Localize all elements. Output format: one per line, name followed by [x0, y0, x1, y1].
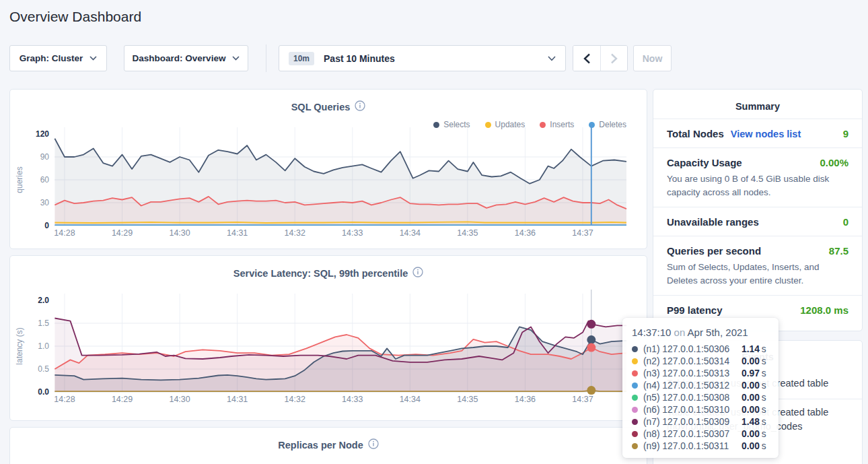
- summary-row-description: Sum of Selects, Updates, Inserts, and De…: [667, 261, 848, 287]
- tooltip-timestamp: 14:37:10 on Apr 5th, 2021: [632, 327, 769, 338]
- replicas-panel: Replicas per Node: [9, 427, 647, 464]
- svg-text:14:30: 14:30: [169, 395, 190, 404]
- svg-text:14:32: 14:32: [285, 228, 305, 238]
- svg-text:14:29: 14:29: [112, 395, 133, 404]
- summary-row-total-nodes: Total Nodes View nodes list 9: [653, 119, 862, 147]
- summary-row-unavailable-ranges: Unavailable ranges 0: [653, 207, 862, 236]
- summary-row-qps: Queries per second 87.5 Sum of Selects, …: [653, 236, 862, 295]
- svg-text:latency (s): latency (s): [15, 327, 24, 364]
- summary-row-capacity-usage: Capacity Usage 0.00% You are using 0 B o…: [653, 147, 862, 207]
- svg-text:14:35: 14:35: [457, 228, 478, 238]
- time-pager: [573, 45, 628, 71]
- summary-row-label: P99 latency: [667, 304, 723, 316]
- chevron-down-icon: [548, 56, 556, 61]
- graph-dropdown[interactable]: Graph: Cluster: [9, 45, 107, 71]
- svg-text:14:32: 14:32: [285, 395, 305, 404]
- svg-text:60: 60: [40, 175, 50, 185]
- svg-text:14:34: 14:34: [400, 395, 421, 404]
- chevron-down-icon: [232, 56, 240, 61]
- svg-text:14:33: 14:33: [342, 395, 363, 404]
- summary-row-description: You are using 0 B of 4.5 GiB usable disk…: [667, 172, 848, 199]
- node-dot-icon: [632, 370, 638, 376]
- dashboard-dropdown[interactable]: Dashboard: Overview: [124, 45, 248, 71]
- summary-row-label: Unavailable ranges: [667, 216, 759, 228]
- svg-text:14:31: 14:31: [227, 228, 248, 238]
- svg-text:14:36: 14:36: [515, 228, 536, 238]
- svg-text:14:28: 14:28: [54, 228, 75, 238]
- tooltip-row-n2: (n2) 127.0.0.1:503140.00s: [632, 355, 769, 367]
- dashboard-dropdown-label: Dashboard: Overview: [133, 53, 226, 63]
- svg-text:0.0: 0.0: [38, 387, 49, 397]
- time-range-selector[interactable]: 10m Past 10 Minutes: [279, 45, 566, 71]
- summary-title: Summary: [653, 90, 862, 119]
- sql-queries-panel: SQL Queries Selects Updates Inserts Dele…: [9, 89, 647, 249]
- node-dot-icon: [632, 443, 638, 449]
- time-range-label: Past 10 Minutes: [324, 53, 548, 64]
- tooltip-time: 14:37:10: [632, 327, 671, 338]
- node-dot-icon: [632, 383, 638, 389]
- svg-text:120: 120: [36, 129, 49, 139]
- svg-text:14:29: 14:29: [112, 228, 133, 238]
- svg-text:14:34: 14:34: [400, 228, 421, 238]
- graph-dropdown-label: Graph: Cluster: [20, 53, 83, 63]
- summary-row-label: Capacity Usage: [667, 157, 742, 168]
- svg-text:14:31: 14:31: [227, 395, 248, 404]
- now-button[interactable]: Now: [633, 45, 672, 71]
- tooltip-row-n3: (n3) 127.0.0.1:503130.97s: [632, 367, 769, 379]
- node-dot-icon: [632, 395, 638, 401]
- node-dot-icon: [632, 358, 638, 364]
- summary-panel: Summary Total Nodes View nodes list 9 Ca…: [653, 89, 863, 331]
- chevron-left-icon: [583, 53, 591, 64]
- svg-text:14:35: 14:35: [457, 395, 478, 404]
- summary-row-value: 0.00%: [820, 157, 848, 168]
- node-dot-icon: [632, 419, 638, 425]
- svg-text:90: 90: [40, 152, 50, 162]
- svg-text:1.0: 1.0: [38, 341, 49, 351]
- replicas-title: Replicas per Node: [10, 438, 647, 451]
- chart-hover-tooltip: 14:37:10 on Apr 5th, 2021 (n1) 127.0.0.1…: [622, 318, 779, 458]
- service-latency-chart[interactable]: 14:2814:2914:3014:3114:3214:3314:3414:35…: [10, 256, 647, 420]
- svg-text:14:37: 14:37: [572, 228, 593, 238]
- node-dot-icon: [632, 346, 638, 352]
- svg-text:14:37: 14:37: [572, 395, 593, 404]
- summary-row-label: Total Nodes: [667, 128, 724, 139]
- time-next-button[interactable]: [600, 46, 627, 71]
- tooltip-row-n4: (n4) 127.0.0.1:503120.00s: [632, 379, 769, 391]
- svg-text:0: 0: [44, 221, 49, 230]
- time-prev-button[interactable]: [573, 46, 600, 71]
- page-title: Overview Dashboard: [9, 9, 141, 25]
- summary-row-value: 0: [843, 216, 848, 228]
- svg-text:2.0: 2.0: [38, 296, 49, 305]
- svg-text:14:33: 14:33: [342, 228, 363, 238]
- svg-text:queries: queries: [15, 166, 24, 193]
- svg-text:14:28: 14:28: [54, 395, 75, 404]
- sql-queries-chart[interactable]: 14:2814:2914:3014:3114:3214:3314:3414:35…: [10, 90, 647, 248]
- svg-text:0.5: 0.5: [38, 364, 49, 374]
- tooltip-row-n9: (n9) 127.0.0.1:503110.00s: [632, 440, 769, 452]
- summary-row-value: 1208.0 ms: [800, 304, 848, 316]
- replicas-title-text: Replicas per Node: [278, 440, 363, 451]
- svg-text:14:36: 14:36: [515, 395, 536, 404]
- tooltip-row-n1: (n1) 127.0.0.1:503061.14s: [632, 343, 769, 355]
- summary-row-value: 9: [843, 128, 848, 139]
- chevron-down-icon: [89, 56, 97, 61]
- node-dot-icon: [632, 407, 638, 413]
- svg-text:14:30: 14:30: [169, 228, 190, 238]
- svg-text:1.5: 1.5: [38, 319, 49, 328]
- tooltip-row-n7: (n7) 127.0.0.1:503091.48s: [632, 416, 769, 428]
- svg-text:30: 30: [40, 198, 50, 207]
- service-latency-panel: Service Latency: SQL, 99th percentile 14…: [9, 255, 647, 421]
- tooltip-row-n8: (n8) 127.0.0.1:503070.00s: [632, 428, 769, 440]
- summary-row-label: Queries per second: [667, 245, 761, 257]
- chevron-right-icon: [610, 53, 618, 64]
- time-range-badge: 10m: [289, 52, 314, 65]
- tooltip-date: Apr 5th, 2021: [688, 327, 748, 338]
- summary-row-value: 87.5: [829, 245, 848, 257]
- tooltip-row-n5: (n5) 127.0.0.1:503080.00s: [632, 391, 769, 403]
- controls-divider: [266, 44, 266, 72]
- info-icon[interactable]: [368, 438, 379, 451]
- tooltip-row-n6: (n6) 127.0.0.1:503100.00s: [632, 403, 769, 416]
- node-dot-icon: [632, 431, 638, 437]
- view-nodes-list-link[interactable]: View nodes list: [731, 129, 801, 139]
- overview-dashboard-page: Overview Dashboard Graph: Cluster Dashbo…: [0, 0, 868, 464]
